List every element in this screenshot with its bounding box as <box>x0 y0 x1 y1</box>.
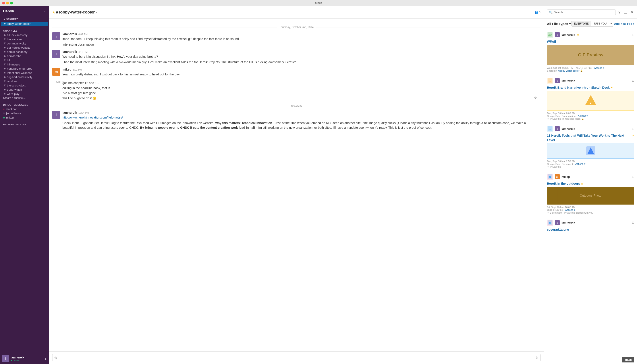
footer-avatar: i <box>2 355 9 362</box>
filter-just-you-button[interactable]: JUST YOU <box>591 21 609 26</box>
file-preview-3 <box>547 143 634 158</box>
dm-jschultheiss[interactable]: jschultheiss <box>0 111 49 116</box>
create-channel-link[interactable]: Create a channel... <box>0 96 49 100</box>
file-pin-icon-2[interactable]: ⊡ <box>632 79 634 82</box>
file-item-header-4: 🖼 m mikep ⊡ <box>547 174 634 180</box>
file-meta-2b: Google Drive Presentation · Actions ▾ <box>547 114 634 118</box>
sidebar-item-label: random <box>7 80 17 83</box>
message-actions-4[interactable]: ⚙ <box>534 96 537 100</box>
file-star-4[interactable]: ★ <box>581 182 583 185</box>
help-icon[interactable]: ? <box>617 10 621 15</box>
svg-text:GIF Preview: GIF Preview <box>578 52 603 57</box>
sidebar-item-label: heroik-academy <box>7 50 28 54</box>
field-notes-link[interactable]: http://www.heroikinnovation.com/field-no… <box>62 116 123 119</box>
close-button[interactable] <box>2 2 5 4</box>
message-row-1b: Interesting observation <box>62 42 540 47</box>
sidebar-item-trend-watch[interactable]: #trend-watch <box>1 88 48 92</box>
sidebar-item-random[interactable]: #random <box>1 79 48 83</box>
file-pin-icon-1[interactable]: ⊡ <box>632 33 634 36</box>
file-meta-1: Wed, Oct 1st at 3:35 PM · 455KB GIF file… <box>547 66 634 70</box>
file-pin-icon-3[interactable]: ⊡ <box>632 127 634 130</box>
file-pin-icon-4[interactable]: ⊡ <box>632 175 634 178</box>
file-title-4[interactable]: Heroik in the outdoors <box>547 182 580 186</box>
sidebar-item-hil[interactable]: #hil <box>1 58 48 62</box>
svg-text:🖼: 🖼 <box>549 176 551 178</box>
file-star-2[interactable]: ★ <box>610 86 613 89</box>
file-title-row-3: 11 Heroik Tools that Will Take Your Work… <box>547 134 634 142</box>
filter-everyone-button[interactable]: EVERYONE <box>571 21 591 26</box>
sidebar-item-lobby-water-cooler[interactable]: # lobby-water-cooler <box>1 22 48 26</box>
eye-icon-3: 👁 <box>547 166 549 168</box>
sidebar-item-the-ark-project[interactable]: #the-ark-project <box>1 83 48 88</box>
file-title-3[interactable]: 11 Heroik Tools that Will Take Your Work… <box>547 134 631 142</box>
message-author-3: mikep <box>62 68 71 71</box>
member-count: 3 <box>539 10 540 14</box>
channel-dropdown-icon[interactable]: ▾ <box>96 11 97 14</box>
file-pin-icon-5[interactable]: ⊡ <box>632 221 634 224</box>
star-icon: ★ <box>52 10 55 14</box>
sidebar-item-label: intentional-wellness <box>7 71 32 74</box>
message-text-3: Yeah, it's pretty distracting. I just go… <box>62 72 532 77</box>
sidebar-item-hil-images[interactable]: #hil-images <box>1 62 48 66</box>
file-star-1[interactable]: ★ <box>577 33 579 36</box>
file-actions-4[interactable]: Actions ▾ <box>565 208 575 212</box>
file-shared-channel-1[interactable]: #lobby-water-cooler <box>558 70 579 72</box>
footer-chevron-icon[interactable]: ▲ <box>44 357 47 360</box>
add-new-file-button[interactable]: Add New File ↑ <box>614 22 634 26</box>
file-actions-1[interactable]: Actions ▾ <box>594 66 604 70</box>
svg-text:m: m <box>55 70 58 74</box>
add-attachment-icon[interactable]: ⊕ <box>54 356 57 360</box>
search-input[interactable] <box>554 10 614 14</box>
file-actions-2[interactable]: Actions ▾ <box>578 114 588 118</box>
sidebar-item-biz-dev-mastery[interactable]: #biz-dev-mastery <box>1 33 48 37</box>
sidebar-item-blog-articles[interactable]: #blog-articles <box>1 37 48 41</box>
team-chevron-icon[interactable]: ▾ <box>44 10 46 13</box>
panel-close-icon[interactable]: ✕ <box>630 9 634 15</box>
footer-status: ● online <box>11 359 42 362</box>
hash-icon: # <box>4 63 6 66</box>
file-star-3[interactable]: ★ <box>632 134 634 137</box>
file-title-1[interactable]: WF.gif <box>547 40 634 44</box>
svg-text:m: m <box>556 176 558 178</box>
sidebar-item-honorary-cmdr-prog[interactable]: #honorary-cmdr-prog <box>1 66 48 71</box>
file-date-4: Fri, Sept 26th at 10:00 AM <box>547 206 575 208</box>
sidebar-item-heroik-academy[interactable]: #heroik-academy <box>1 50 48 54</box>
file-actions-3[interactable]: Actions ▾ <box>575 162 585 166</box>
svg-text:Outdoors Photo: Outdoors Photo <box>580 194 601 197</box>
file-user-avatar-5: i <box>555 220 560 225</box>
message-star-4[interactable]: ☆ <box>62 80 64 83</box>
message-time-3: 5:02 PM <box>73 68 82 71</box>
filter-more-button[interactable]: ▾ <box>609 21 613 26</box>
hash-icon: # <box>4 34 6 37</box>
emoji-icon[interactable]: ☺ <box>535 356 538 360</box>
maximize-button[interactable] <box>10 2 13 4</box>
sidebar-item-label: lobby-water-cooler <box>7 22 31 26</box>
sidebar-item-label: blog-articles <box>7 38 22 41</box>
file-type-dropdown[interactable]: All File Types ▾ <box>547 22 571 26</box>
list-view-icon[interactable]: ☰ <box>623 9 628 15</box>
sidebar-item-word-play[interactable]: #word-play <box>1 92 48 96</box>
sidebar-item-heroik-mba[interactable]: #heroik-mba <box>1 54 48 58</box>
dm-mikep[interactable]: mikep <box>0 116 49 120</box>
minimize-button[interactable] <box>6 2 9 4</box>
file-meta-4b: 1MB JPEG file · Actions ▾ <box>547 208 634 212</box>
file-item-wf-gif: GIF i iamheroik ★ ⊡ WF.gif GIF Preview W… <box>544 29 637 75</box>
file-item-header-5: 🖼 i iamheroik ⊡ <box>547 220 634 226</box>
message-group-4-header: 5:03 ☆ <box>52 80 540 81</box>
message-content-3: mikep 5:02 PM Yeah, it's pretty distract… <box>62 68 540 77</box>
chat-input[interactable] <box>59 354 534 361</box>
sidebar-item-community-city[interactable]: #community-city <box>1 41 48 46</box>
team-name[interactable]: Heroik <box>3 9 14 13</box>
img-file-icon-4: 🖼 <box>547 174 553 180</box>
titlebar-buttons <box>2 2 13 4</box>
file-title-2[interactable]: Heroik Brand Narrative Intro - Sketch De… <box>547 86 609 90</box>
file-title-5[interactable]: coverart1a.png <box>547 228 634 232</box>
trash-button[interactable]: Trash <box>622 357 634 362</box>
sidebar-item-org-and-productivity[interactable]: #org-and-productivity <box>1 75 48 79</box>
sidebar-item-intentional-wellness[interactable]: #intentional-wellness <box>1 71 48 75</box>
sidebar-item-get-heroik-website[interactable]: #get-heroik-website <box>1 46 48 50</box>
message-time-1: 4:02 PM <box>78 33 87 36</box>
dm-slackbot[interactable]: ♥ slackbot <box>0 107 49 111</box>
search-icon: 🔍 <box>549 10 552 14</box>
hash-icon: # <box>4 80 6 83</box>
